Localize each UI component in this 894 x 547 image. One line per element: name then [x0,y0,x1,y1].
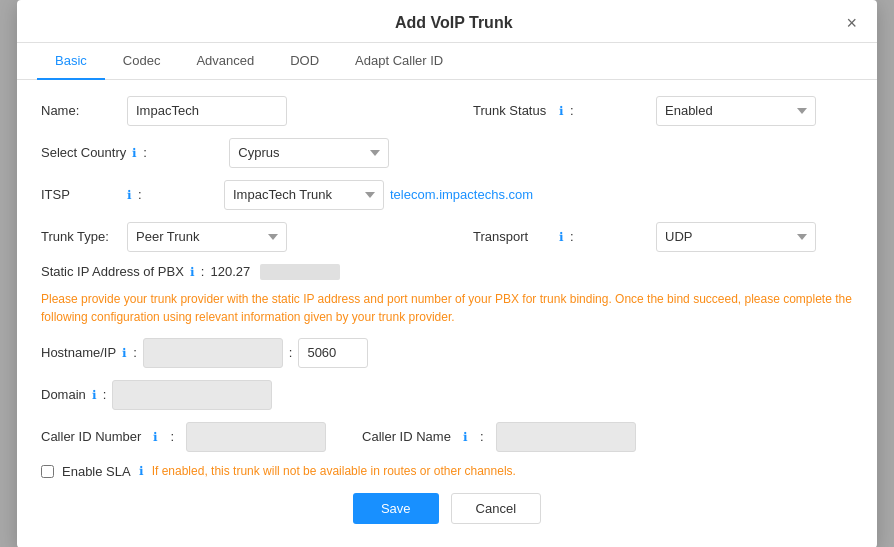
caller-id-number-label: Caller ID Number [41,429,141,444]
hostname-row: Hostname/IP ℹ : : [41,338,853,368]
domain-colon: : [103,387,107,402]
static-ip-info-icon[interactable]: ℹ [190,265,195,279]
name-group: Name: [41,96,421,126]
hostname-colon: : [133,345,137,360]
name-input[interactable] [127,96,287,126]
domain-row: Domain ℹ : [41,380,853,410]
domain-label: Domain [41,387,86,402]
trunk-status-colon: : [570,103,650,118]
footer-buttons: Save Cancel [41,479,853,532]
sla-warning-text: If enabled, this trunk will not be avail… [152,464,516,478]
caller-id-name-label: Caller ID Name [362,429,451,444]
cancel-button[interactable]: Cancel [451,493,541,524]
modal-header: Add VoIP Trunk × [17,0,877,43]
caller-id-name-input[interactable] [496,422,636,452]
caller-id-name-colon: : [480,429,484,444]
caller-id-number-input[interactable] [186,422,326,452]
tab-adapt-caller-id[interactable]: Adapt Caller ID [337,43,461,80]
trunk-status-select[interactable]: Enabled Disabled [656,96,816,126]
static-ip-label: Static IP Address of PBX [41,264,184,279]
trunk-type-group: Trunk Type: Peer Trunk Account Trunk [41,222,421,252]
modal-backdrop: Add VoIP Trunk × Basic Codec Advanced DO… [0,0,894,547]
transport-select[interactable]: UDP TCP TLS [656,222,816,252]
tab-codec[interactable]: Codec [105,43,179,80]
tab-dod[interactable]: DOD [272,43,337,80]
transport-info-icon[interactable]: ℹ [559,230,564,244]
caller-id-row: Caller ID Number ℹ : Caller ID Name ℹ : [41,422,853,452]
modal-title: Add VoIP Trunk [61,14,846,32]
country-row: Select Country ℹ : Cyprus United States … [41,138,853,168]
country-colon: : [143,145,223,160]
itsp-info-icon[interactable]: ℹ [127,188,132,202]
hostname-input[interactable] [143,338,283,368]
tabs-bar: Basic Codec Advanced DOD Adapt Caller ID [17,43,877,80]
transport-group: Transport ℹ : UDP TCP TLS [473,222,853,252]
close-button[interactable]: × [846,14,857,32]
sla-row: Enable SLA ℹ If enabled, this trunk will… [41,464,853,479]
hostname-info-icon[interactable]: ℹ [122,346,127,360]
warning-text: Please provide your trunk provider with … [41,290,853,326]
caller-id-number-colon: : [170,429,174,444]
hostname-label: Hostname/IP [41,345,116,360]
trunk-type-row: Trunk Type: Peer Trunk Account Trunk Tra… [41,222,853,252]
name-label: Name: [41,103,121,118]
modal: Add VoIP Trunk × Basic Codec Advanced DO… [17,0,877,547]
save-button[interactable]: Save [353,493,439,524]
static-ip-blurred [260,264,340,280]
trunk-status-group: Trunk Status ℹ : Enabled Disabled [473,96,853,126]
caller-id-number-info-icon[interactable]: ℹ [153,430,158,444]
domain-input[interactable] [112,380,272,410]
transport-colon: : [570,229,650,244]
tab-basic[interactable]: Basic [37,43,105,80]
static-ip-row: Static IP Address of PBX ℹ : 120.27 [41,264,853,280]
trunk-status-info-icon[interactable]: ℹ [559,104,564,118]
static-ip-colon: : [201,264,205,279]
itsp-row: ITSP ℹ : ImpacTech Trunk telecom.impacte… [41,180,853,210]
itsp-select[interactable]: ImpacTech Trunk [224,180,384,210]
country-select[interactable]: Cyprus United States United Kingdom [229,138,389,168]
itsp-link[interactable]: telecom.impactechs.com [390,187,533,202]
name-row: Name: Trunk Status ℹ : Enabled Disabled [41,96,853,126]
sla-info-icon[interactable]: ℹ [139,464,144,478]
country-group: Select Country ℹ : Cyprus United States … [41,138,853,168]
country-info-icon[interactable]: ℹ [132,146,137,160]
trunk-type-select[interactable]: Peer Trunk Account Trunk [127,222,287,252]
tab-advanced[interactable]: Advanced [178,43,272,80]
modal-body: Name: Trunk Status ℹ : Enabled Disabled … [17,80,877,548]
trunk-status-label: Trunk Status [473,103,553,118]
transport-label: Transport [473,229,553,244]
caller-id-name-info-icon[interactable]: ℹ [463,430,468,444]
select-country-label: Select Country [41,145,126,160]
enable-sla-checkbox[interactable] [41,465,54,478]
static-ip-value: 120.27 [210,264,250,279]
itsp-group: ITSP ℹ : ImpacTech Trunk telecom.impacte… [41,180,853,210]
itsp-label: ITSP [41,187,121,202]
port-input[interactable] [298,338,368,368]
trunk-type-label: Trunk Type: [41,229,121,244]
port-colon: : [289,345,293,360]
enable-sla-label[interactable]: Enable SLA [62,464,131,479]
domain-info-icon[interactable]: ℹ [92,388,97,402]
itsp-colon: : [138,187,218,202]
